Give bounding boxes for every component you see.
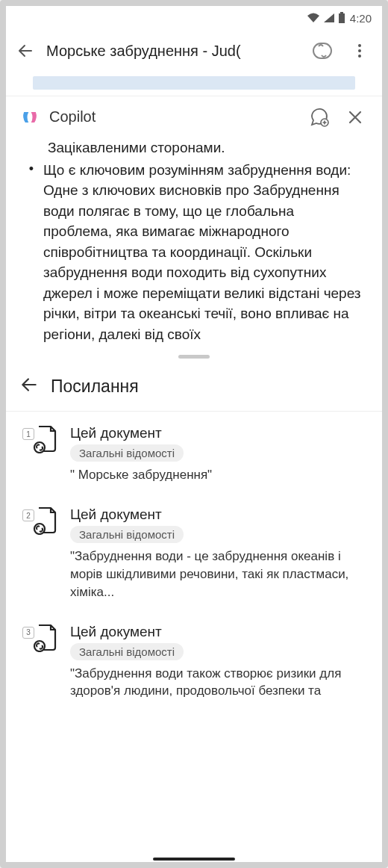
status-icons	[307, 12, 345, 24]
more-button[interactable]	[346, 37, 373, 64]
new-chat-button[interactable]	[306, 104, 333, 131]
reference-badge: Загальні відомості	[70, 444, 184, 462]
reference-title: Цей документ	[70, 624, 366, 640]
document-title: Морське забруднення - Jud(	[46, 43, 298, 60]
reference-item[interactable]: 3 Цей документ Загальні відомості "Забру…	[22, 624, 366, 701]
svg-point-3	[358, 44, 361, 47]
wifi-icon	[307, 13, 320, 23]
copilot-badge-icon	[311, 40, 334, 62]
signal-icon	[323, 13, 335, 23]
arrow-left-icon	[16, 42, 34, 60]
reference-badge: Загальні відомості	[70, 643, 184, 660]
reference-quote: "Забруднення води - це забруднення океан…	[70, 548, 366, 601]
svg-rect-0	[339, 13, 345, 23]
reference-quote: " Морське забруднення"	[70, 466, 366, 484]
response-prev-line: Зацікавленими сторонами.	[27, 137, 361, 158]
reference-title: Цей документ	[70, 506, 366, 523]
status-bar: 4:20	[6, 6, 382, 30]
clock: 4:20	[350, 12, 372, 25]
app-header: Морське забруднення - Jud(	[6, 30, 382, 72]
chat-plus-icon	[309, 107, 330, 128]
references-pane: Посилання 1 Цей документ Загальні відомо…	[6, 366, 382, 855]
arrow-left-icon	[19, 375, 39, 394]
copilot-logo-icon	[19, 107, 40, 128]
response-bullet-text: Що є ключовим розумінням забруднення вод…	[43, 160, 361, 345]
reference-item[interactable]: 1 Цей документ Загальні відомості " Морс…	[22, 425, 366, 484]
references-title: Посилання	[51, 376, 139, 397]
document-link-icon	[33, 425, 58, 453]
close-copilot-button[interactable]	[342, 104, 369, 131]
references-header: Посилання	[6, 366, 382, 412]
references-back-button[interactable]	[19, 375, 39, 397]
bullet-marker: •	[27, 160, 36, 345]
reference-quote: "Забруднення води також створює ризики д…	[70, 665, 366, 701]
battery-icon	[338, 12, 345, 24]
document-link-icon	[33, 624, 58, 652]
more-vertical-icon	[352, 43, 367, 58]
svg-point-4	[358, 49, 361, 52]
svg-point-5	[358, 55, 361, 58]
copilot-header-button[interactable]	[309, 37, 336, 64]
reference-badge: Загальні відомості	[70, 526, 184, 543]
document-link-icon	[33, 506, 58, 535]
reference-title: Цей документ	[70, 425, 366, 441]
close-icon	[348, 110, 363, 125]
references-list: 1 Цей документ Загальні відомості " Морс…	[6, 412, 382, 700]
copilot-response: Зацікавленими сторонами. • Що є ключовим…	[6, 137, 382, 350]
reference-item[interactable]: 2 Цей документ Загальні відомості "Забру…	[22, 506, 366, 601]
svg-rect-1	[340, 12, 343, 13]
back-button[interactable]	[15, 40, 36, 61]
copilot-title: Copilot	[49, 108, 297, 125]
copilot-pane-header: Copilot	[6, 96, 382, 137]
document-preview-strip	[6, 72, 382, 96]
home-indicator[interactable]	[6, 855, 382, 862]
sheet-drag-handle[interactable]	[6, 350, 382, 366]
